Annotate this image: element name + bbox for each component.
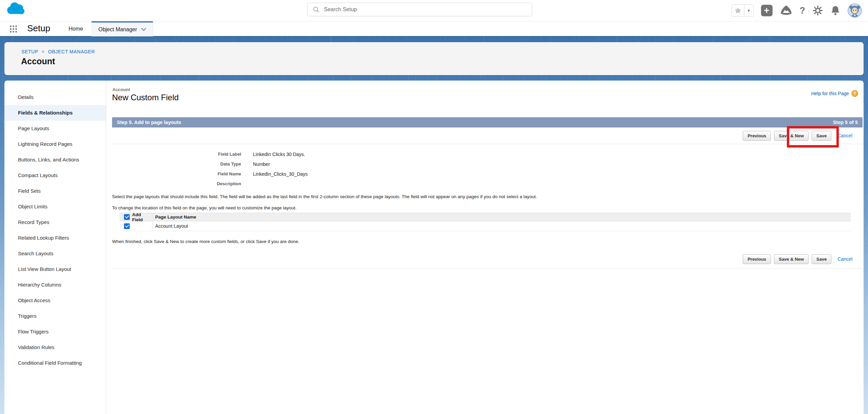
sidebar-item-object-access[interactable]: Object Access: [4, 293, 106, 308]
description-label: Description: [106, 181, 241, 186]
save-and-new-button-bottom[interactable]: Save & New: [774, 254, 809, 264]
tab-object-manager[interactable]: Object Manager: [91, 21, 153, 36]
help-icon[interactable]: ?: [800, 5, 806, 16]
sidebar-item-lightning-record-pages[interactable]: Lightning Record Pages: [4, 136, 106, 152]
save-button[interactable]: Save: [812, 131, 831, 141]
search-input[interactable]: [324, 6, 514, 13]
previous-button[interactable]: Previous: [743, 131, 771, 141]
sidebar-item-conditional-field-formatting[interactable]: Conditional Field Formatting: [4, 355, 106, 371]
favorites-dropdown-icon[interactable]: ▼: [744, 4, 754, 17]
select-all-checkbox[interactable]: [124, 214, 130, 220]
app-launcher-icon[interactable]: [10, 25, 17, 33]
sidebar-item-record-types[interactable]: Record Types: [4, 214, 106, 230]
breadcrumb-setup-link[interactable]: SETUP: [21, 49, 38, 54]
user-avatar[interactable]: [848, 3, 862, 18]
data-type-value: Number: [253, 161, 270, 167]
main-card: Details Fields & Relationships Page Layo…: [4, 81, 864, 414]
notifications-bell-icon[interactable]: [830, 5, 840, 16]
sidebar-item-details[interactable]: Details: [4, 89, 106, 105]
page-layout-name-cell: Account Layout: [152, 223, 188, 229]
breadcrumb-separator: >: [42, 49, 45, 54]
previous-button-bottom[interactable]: Previous: [743, 254, 771, 264]
step-title: Step 5. Add to page layouts: [117, 120, 181, 125]
sidebar-item-related-lookup-filters[interactable]: Related Lookup Filters: [4, 230, 106, 246]
save-and-new-button[interactable]: Save & New: [774, 131, 809, 141]
instructions-line-1: Select the page layouts that should incl…: [112, 194, 537, 199]
sidebar-item-triggers[interactable]: Triggers: [4, 308, 106, 324]
field-label-value: LinkedIn Clicks 30 Days.: [253, 152, 305, 157]
sidebar-item-compact-layouts[interactable]: Compact Layouts: [4, 168, 106, 183]
tab-home[interactable]: Home: [60, 21, 91, 36]
salesforce-logo: [5, 1, 26, 17]
sidebar-item-validation-rules[interactable]: Validation Rules: [4, 340, 106, 355]
object-title: Account: [21, 56, 55, 66]
cancel-link-bottom[interactable]: Cancel: [837, 256, 852, 262]
field-summary: Field Label LinkedIn Clicks 30 Days. Dat…: [106, 149, 864, 189]
instructions-line-2: To change the location of this field on …: [112, 205, 296, 210]
global-search: [307, 3, 532, 16]
breadcrumb: SETUP > OBJECT MANAGER: [21, 49, 95, 54]
field-name-value: LinkedIn_Clicks_30_Days: [253, 171, 308, 177]
sidebar-item-object-limits[interactable]: Object Limits: [4, 199, 106, 214]
page-layout-table: Add Field Page Layout Name Account Layou…: [120, 213, 851, 231]
add-field-column-header: Add Field: [132, 212, 152, 222]
sidebar-item-field-sets[interactable]: Field Sets: [4, 183, 106, 199]
search-icon: [313, 6, 319, 13]
sidebar-item-buttons-links-actions[interactable]: Buttons, Links, and Actions: [4, 152, 106, 168]
guidance-center-icon[interactable]: [780, 5, 793, 16]
sidebar-item-flow-triggers[interactable]: Flow Triggers: [4, 324, 106, 340]
wizard-content: Account New Custom Field Help for this P…: [106, 81, 864, 414]
field-label-label: Field Label: [106, 152, 241, 157]
bottom-button-row: Previous Save & New Save Cancel: [112, 250, 863, 269]
breadcrumb-banner: SETUP > OBJECT MANAGER Account: [4, 42, 864, 75]
table-row: Account Layout: [120, 221, 851, 231]
cancel-link[interactable]: Cancel: [837, 133, 852, 138]
sidebar-item-hierarchy-columns[interactable]: Hierarchy Columns: [4, 277, 106, 293]
object-context-label: Account: [112, 87, 130, 92]
sidebar-item-list-view-button-layout[interactable]: List View Button Layout: [4, 261, 106, 277]
table-header-row: Add Field Page Layout Name: [120, 213, 851, 221]
save-button-bottom[interactable]: Save: [812, 254, 831, 264]
top-button-row: Previous Save & New Save Cancel: [112, 127, 863, 144]
step-header-bar: Step 5. Add to page layouts Step 5 of 5: [112, 117, 863, 127]
page-layout-name-column-header: Page Layout Name: [152, 214, 196, 220]
setup-gear-icon[interactable]: [812, 5, 823, 16]
field-name-label: Field Name: [106, 171, 241, 176]
sidebar-item-fields-relationships[interactable]: Fields & Relationships: [4, 105, 106, 121]
chevron-down-icon: [141, 28, 146, 31]
step-indicator: Step 5 of 5: [833, 120, 858, 125]
global-actions-plus-icon[interactable]: +: [761, 5, 773, 16]
app-name: Setup: [27, 23, 50, 34]
help-badge-icon[interactable]: ?: [851, 90, 858, 97]
help-for-this-page-link[interactable]: Help for this Page: [811, 91, 849, 96]
global-header: ▼ + ?: [0, 0, 868, 21]
object-manager-sidebar: Details Fields & Relationships Page Layo…: [4, 81, 106, 414]
breadcrumb-object-manager-link[interactable]: OBJECT MANAGER: [48, 49, 95, 54]
footer-note: When finished, click Save & New to creat…: [112, 239, 300, 244]
sidebar-item-page-layouts[interactable]: Page Layouts: [4, 121, 106, 136]
favorites-star-icon[interactable]: [731, 4, 744, 17]
sidebar-item-search-layouts[interactable]: Search Layouts: [4, 246, 106, 261]
setup-nav-bar: Setup Home Object Manager: [0, 21, 868, 36]
page-title: New Custom Field: [112, 93, 179, 102]
account-layout-checkbox[interactable]: [124, 223, 130, 229]
data-type-label: Data Type: [106, 161, 241, 167]
